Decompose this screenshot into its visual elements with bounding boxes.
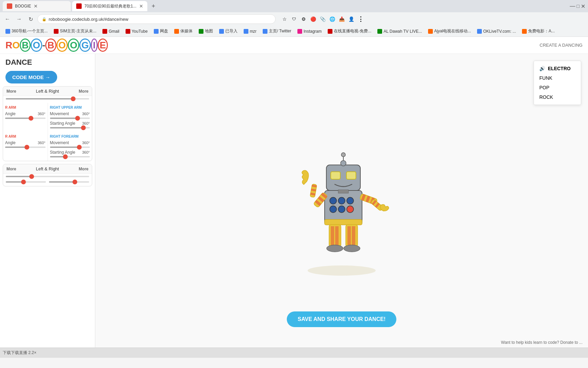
back-button[interactable]: ←: [3, 14, 12, 24]
bookmark-oklive[interactable]: OKLiveTV.com: ...: [474, 28, 519, 34]
right-fore-angle-slider[interactable]: [50, 156, 90, 157]
extension-icon-4[interactable]: 📎: [318, 15, 327, 23]
right-fore-movement-val: 360°: [82, 141, 90, 145]
bookmark-tmeiti-label: 体媒体: [180, 28, 193, 34]
logo-r: R: [5, 40, 12, 50]
bookmark-ajyal-icon: [428, 29, 433, 34]
bookmark-wangpan[interactable]: 网盘: [151, 28, 171, 35]
bookmark-ajyal[interactable]: Ajyal电视在线移动...: [425, 28, 474, 35]
right-upper-angle-track: [50, 127, 90, 128]
arms-grid-2: R ARM Angle 360° RIGHT: [3, 132, 92, 161]
slider-thumb-2[interactable]: [29, 174, 34, 179]
bottom-bar: 下载下载直播 2.2×: [0, 348, 588, 358]
address-bar[interactable]: 🔒 roboboogie.codeclub.org.uk/#dance/new: [37, 14, 276, 24]
extension-icon-3[interactable]: 🔴: [309, 15, 317, 23]
left-fore-thumb[interactable]: [24, 145, 29, 150]
more-btn-2-left[interactable]: More: [6, 167, 16, 171]
code-mode-button[interactable]: CODE MODE →: [5, 71, 57, 83]
left-arm-thumb[interactable]: [29, 116, 33, 121]
bookmark-oklive-icon: [477, 29, 482, 34]
bookmark-gmail[interactable]: Gmail: [100, 28, 122, 34]
bookmark-movie-label: 免费电影：A...: [528, 28, 555, 34]
close-btn[interactable]: ✕: [581, 3, 585, 10]
bookmark-instagram[interactable]: Instagram: [295, 28, 324, 34]
music-electro[interactable]: 🔊 ELECTRO: [534, 64, 581, 73]
left-arm-slider[interactable]: [5, 118, 46, 119]
move-header-2: More Left & Right More: [3, 164, 92, 174]
slider-bottom-2[interactable]: [6, 176, 89, 177]
bookmark-tmeiti[interactable]: 体媒体: [172, 28, 195, 35]
music-pop[interactable]: POP: [534, 83, 581, 92]
bookmark-aldawah-icon: [377, 29, 382, 34]
left-fore-angle-label: Angle: [5, 140, 16, 145]
slider-thumb-s2l[interactable]: [21, 180, 26, 184]
bookmark-star-icon[interactable]: ☆: [280, 15, 289, 23]
move-section-2: More Left & Right More: [3, 164, 92, 186]
bookmark-sim[interactable]: SIM主页-主页从未...: [51, 28, 99, 35]
right-fore-movement-fill: [50, 147, 78, 148]
right-fore-angle-thumb[interactable]: [63, 154, 68, 159]
tab-2-favicon: [76, 3, 82, 9]
tab-1-close[interactable]: ✕: [34, 3, 38, 9]
logo-dash: -: [42, 40, 45, 50]
music-funk[interactable]: FUNK: [534, 73, 581, 83]
more-btn-1-right[interactable]: More: [79, 89, 88, 94]
slider-track-s2r: [49, 181, 89, 183]
profile-icon[interactable]: 👤: [347, 15, 355, 23]
svg-rect-35: [347, 226, 351, 245]
tab-1[interactable]: BOOGIE ✕: [3, 1, 71, 11]
tab-2-close[interactable]: ✕: [139, 3, 143, 9]
extension-icon-2[interactable]: ⚙: [299, 15, 308, 23]
bookmarks-bar: 360导航-一个主页... SIM主页-主页从未... Gmail YouTub…: [0, 26, 588, 37]
bookmark-instagram-label: Instagram: [304, 29, 322, 34]
right-upper-angle-thumb[interactable]: [81, 125, 86, 130]
right-fore-movement-thumb[interactable]: [77, 145, 82, 150]
svg-rect-14: [338, 190, 348, 193]
bookmark-360[interactable]: 360导航-一个主页...: [3, 28, 50, 35]
app-header: ROBO-BOOGIE CREATE A DANCING: [0, 37, 588, 54]
arms-grid-1: R ARM Angle 360°: [3, 103, 92, 132]
slider-thumb-1[interactable]: [71, 96, 76, 101]
slider-fill-s2r: [49, 181, 73, 183]
minimize-btn[interactable]: —: [570, 3, 575, 9]
right-upper-arm-col: RIGHT UPPER ARM Movement 360°: [48, 103, 92, 132]
extension-icon-1[interactable]: 🛡: [290, 15, 298, 23]
slider-section2-right[interactable]: [49, 181, 89, 183]
slider-top-1[interactable]: [6, 98, 89, 99]
right-fore-movement-slider[interactable]: [50, 147, 90, 148]
right-upper-movement-slider[interactable]: [50, 118, 90, 119]
menu-icon[interactable]: ⋮: [357, 15, 365, 23]
maximize-btn[interactable]: □: [577, 3, 579, 9]
left-fore-slider[interactable]: [5, 147, 46, 148]
logo: ROBO-BOOGIE: [5, 40, 108, 51]
bookmark-ditu[interactable]: 地图: [196, 28, 216, 35]
more-btn-1-left[interactable]: More: [6, 89, 16, 94]
header-right: CREATE A DANCING: [540, 43, 583, 48]
left-upper-arm-title: R ARM: [5, 104, 46, 110]
bookmark-mzr[interactable]: mzr: [241, 28, 259, 34]
extension-icon-6[interactable]: 📥: [338, 15, 346, 23]
more-btn-2-right[interactable]: More: [79, 167, 88, 171]
bookmark-zaixian[interactable]: 在线直播电视-免费...: [325, 28, 374, 35]
bookmark-zaixian-icon: [328, 29, 332, 34]
tab-2[interactable]: 70后80后90后最经典老歌1... ✕: [72, 1, 147, 11]
right-upper-angle-slider[interactable]: [50, 127, 90, 128]
save-dance-button[interactable]: SAVE AND SHARE YOUR DANCE!: [287, 311, 396, 327]
extension-icon-5[interactable]: 🌐: [328, 15, 336, 23]
forward-button[interactable]: →: [14, 14, 24, 24]
new-tab-button[interactable]: +: [149, 1, 158, 11]
code-mode-label: CODE MODE →: [12, 74, 50, 80]
right-upper-movement-thumb[interactable]: [75, 116, 80, 121]
svg-rect-12: [331, 172, 340, 179]
slider-section2-left[interactable]: [6, 181, 46, 183]
bookmark-youtube[interactable]: YouTube: [123, 28, 150, 34]
bookmark-aldawah[interactable]: AL Dawah TV LIVE...: [375, 28, 425, 34]
music-rock[interactable]: ROCK: [534, 92, 581, 102]
reload-button[interactable]: ↻: [26, 14, 35, 24]
slider-thumb-s2r[interactable]: [72, 180, 77, 184]
bookmark-imported[interactable]: 已导入: [216, 28, 240, 35]
bookmark-twitter[interactable]: 主页/ Twitter: [260, 28, 294, 35]
svg-point-4: [330, 206, 337, 213]
bookmark-movie[interactable]: 免费电影：A...: [519, 28, 557, 35]
toolbar-icons: ☆ 🛡 ⚙ 🔴 📎 🌐 📥 👤 ⋮: [280, 15, 365, 23]
